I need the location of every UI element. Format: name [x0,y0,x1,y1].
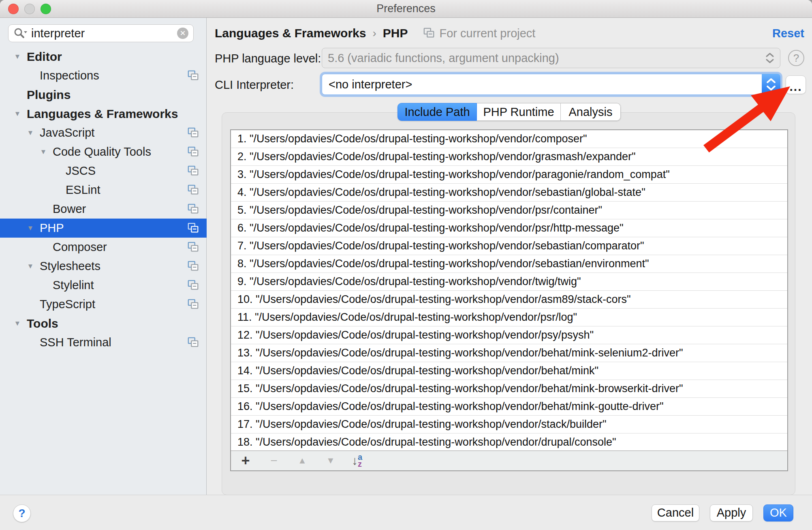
disclosure-triangle-icon[interactable]: ▼ [8,110,27,118]
sidebar-item-label: Stylesheets [40,260,100,273]
reset-link[interactable]: Reset [772,24,804,42]
sidebar-item-plugins[interactable]: Plugins [0,85,207,104]
include-path-rows: 1. "/Users/opdavies/Code/os/drupal-testi… [231,130,787,451]
include-path-row[interactable]: 3. "/Users/opdavies/Code/os/drupal-testi… [231,166,787,184]
include-path-row[interactable]: 2. "/Users/opdavies/Code/os/drupal-testi… [231,148,787,166]
traffic-lights [8,4,51,14]
cancel-button[interactable]: Cancel [652,504,699,521]
tab-php-runtime[interactable]: PHP Runtime [477,103,561,121]
include-path-row[interactable]: 17. "/Users/opdavies/Code/os/drupal-test… [231,416,787,433]
sidebar-item-stylelint[interactable]: Stylelint [0,276,207,295]
clear-search-icon[interactable]: ✕ [177,28,188,39]
dialog-footer: ? Cancel Apply OK [0,495,812,530]
sidebar-item-label: PHP [40,221,64,235]
disclosure-triangle-icon[interactable]: ▼ [34,148,53,156]
zoom-window-button[interactable] [41,4,51,14]
project-settings-icon [187,279,199,292]
sidebar-item-label: Code Quality Tools [53,145,151,159]
sidebar-item-javascript[interactable]: ▼JavaScript [0,123,207,142]
ok-button[interactable]: OK [763,504,793,521]
breadcrumb-separator: › [372,27,376,40]
sort-alphabetically-icon[interactable]: ↓ a z [352,454,362,468]
disclosure-triangle-icon[interactable]: ▼ [21,262,40,270]
language-level-select[interactable]: 5.6 (variadic functions, argument unpack… [322,48,780,68]
include-path-row[interactable]: 1. "/Users/opdavies/Code/os/drupal-testi… [231,130,787,148]
sidebar-item-php[interactable]: ▼PHP [0,219,207,238]
search-input[interactable] [30,26,177,41]
breadcrumb-section: Languages & Frameworks [215,26,366,40]
scope-indicator: For current project [423,27,535,40]
breadcrumb: Languages & Frameworks › PHP For current… [215,24,535,42]
remove-path-icon[interactable]: − [267,454,281,468]
tab-analysis[interactable]: Analysis [561,103,621,121]
project-settings-icon [187,260,199,273]
language-level-label: PHP language level: [215,52,321,65]
settings-search-field[interactable]: ✕ [8,24,194,42]
include-path-row[interactable]: 8. "/Users/opdavies/Code/os/drupal-testi… [231,255,787,273]
project-settings-icon [187,146,199,158]
disclosure-triangle-icon[interactable]: ▼ [21,129,40,137]
sidebar-item-label: Plugins [27,88,71,102]
include-path-row[interactable]: 12. "/Users/opdavies/Code/os/drupal-test… [231,326,787,344]
include-path-row[interactable]: 15. "/Users/opdavies/Code/os/drupal-test… [231,380,787,398]
sidebar-item-label: Bower [53,202,86,216]
sidebar-item-stylesheets[interactable]: ▼Stylesheets [0,257,207,276]
search-icon [13,27,27,39]
settings-tree: ▼EditorInspectionsPlugins▼Languages & Fr… [0,47,207,352]
include-path-row[interactable]: 11. "/Users/opdavies/Code/os/drupal-test… [231,309,787,326]
sidebar-item-tools[interactable]: ▼Tools [0,314,207,333]
include-path-row[interactable]: 7. "/Users/opdavies/Code/os/drupal-testi… [231,237,787,255]
include-path-row[interactable]: 9. "/Users/opdavies/Code/os/drupal-testi… [231,273,787,291]
settings-main-panel: Languages & Frameworks › PHP For current… [207,18,812,495]
title-bar: Preferences [0,0,812,18]
move-up-icon[interactable]: ▲ [295,455,310,466]
sidebar-item-jscs[interactable]: JSCS [0,161,207,180]
cli-interpreter-value: <no interpreter> [322,78,762,91]
sidebar-item-inspections[interactable]: Inspections [0,66,207,85]
sidebar-item-label: Tools [27,317,58,330]
sidebar-item-composer[interactable]: Composer [0,238,207,257]
sidebar-item-code-quality-tools[interactable]: ▼Code Quality Tools [0,142,207,161]
include-path-row[interactable]: 10. "/Users/opdavies/Code/os/drupal-test… [231,291,787,309]
php-settings-tabs: Include PathPHP RuntimeAnalysis [397,103,621,121]
project-settings-icon [187,70,199,82]
disclosure-triangle-icon[interactable]: ▼ [8,53,27,61]
cli-stepper-icon[interactable] [762,74,780,95]
include-path-row[interactable]: 16. "/Users/opdavies/Code/os/drupal-test… [231,398,787,416]
include-path-row[interactable]: 4. "/Users/opdavies/Code/os/drupal-testi… [231,184,787,202]
sidebar-item-label: Stylelint [53,279,94,292]
include-path-row[interactable]: 14. "/Users/opdavies/Code/os/drupal-test… [231,362,787,380]
move-down-icon[interactable]: ▼ [323,455,338,466]
tab-include-path[interactable]: Include Path [397,103,477,121]
sidebar-item-editor[interactable]: ▼Editor [0,47,207,66]
browse-interpreters-button[interactable]: ... [786,75,806,94]
sidebar-item-typescript[interactable]: TypeScript [0,295,207,314]
close-window-button[interactable] [8,4,19,14]
window-title: Preferences [376,2,436,15]
cli-interpreter-select[interactable]: <no interpreter> [322,74,780,95]
minimize-window-button[interactable] [24,4,35,14]
cli-interpreter-label: CLI Interpreter: [215,78,294,92]
language-level-help-icon[interactable]: ? [788,50,804,66]
project-scope-icon [423,27,435,39]
disclosure-triangle-icon[interactable]: ▼ [8,320,27,328]
sidebar-item-bower[interactable]: Bower [0,200,207,219]
sidebar-item-label: JSCS [66,164,96,178]
stepper-icon [765,52,774,64]
project-settings-icon [187,127,199,139]
include-path-row[interactable]: 18. "/Users/opdavies/Code/os/drupal-test… [231,433,787,451]
disclosure-triangle-icon[interactable]: ▼ [21,224,40,232]
preferences-window: Preferences ✕ ▼EditorInspectionsPlugins▼… [0,0,812,530]
include-path-row[interactable]: 13. "/Users/opdavies/Code/os/drupal-test… [231,344,787,362]
include-path-listbox: 1. "/Users/opdavies/Code/os/drupal-testi… [230,129,788,471]
breadcrumb-page: PHP [383,26,408,40]
sidebar-item-eslint[interactable]: ESLint [0,180,207,200]
apply-button[interactable]: Apply [710,504,753,521]
include-path-panel: 1. "/Users/opdavies/Code/os/drupal-testi… [222,112,795,495]
sidebar-item-languages-frameworks[interactable]: ▼Languages & Frameworks [0,104,207,123]
help-button[interactable]: ? [13,504,31,522]
add-path-icon[interactable]: + [238,452,253,469]
sidebar-item-ssh-terminal[interactable]: SSH Terminal [0,333,207,352]
include-path-row[interactable]: 5. "/Users/opdavies/Code/os/drupal-testi… [231,202,787,219]
include-path-row[interactable]: 6. "/Users/opdavies/Code/os/drupal-testi… [231,219,787,237]
